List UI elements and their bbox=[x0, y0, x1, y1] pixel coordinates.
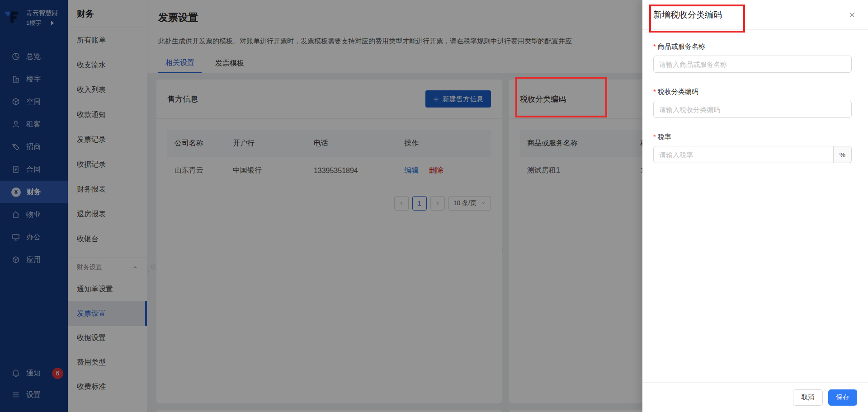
drawer-body: *商品或服务名称 *税收分类编码 *税率 % bbox=[642, 30, 868, 163]
field-label: *商品或服务名称 bbox=[653, 42, 852, 51]
drawer-header: 新增税收分类编码 bbox=[642, 0, 868, 30]
tax-rate-input[interactable] bbox=[653, 146, 834, 163]
add-tax-code-drawer: 新增税收分类编码 *商品或服务名称 *税收分类编码 *税率 bbox=[642, 0, 868, 412]
field-service-name: *商品或服务名称 bbox=[653, 42, 852, 73]
close-icon bbox=[848, 11, 856, 19]
percent-addon: % bbox=[834, 146, 852, 163]
page: 青云智慧园 1楼宇 总览 楼宇 空间 租客 bbox=[0, 0, 868, 412]
required-asterisk: * bbox=[653, 88, 656, 95]
field-tax-rate: *税率 % bbox=[653, 133, 852, 163]
cancel-button[interactable]: 取消 bbox=[793, 389, 823, 406]
field-tax-code: *税收分类编码 bbox=[653, 88, 852, 118]
field-label: *税收分类编码 bbox=[653, 88, 852, 96]
save-button[interactable]: 保存 bbox=[828, 389, 857, 406]
drawer-footer: 取消 保存 bbox=[642, 382, 868, 412]
service-name-input[interactable] bbox=[653, 56, 852, 73]
tax-code-input[interactable] bbox=[653, 101, 852, 118]
close-drawer-button[interactable] bbox=[848, 11, 856, 19]
field-label: *税率 bbox=[653, 133, 852, 141]
drawer-title: 新增税收分类编码 bbox=[653, 9, 722, 21]
required-asterisk: * bbox=[653, 133, 656, 140]
required-asterisk: * bbox=[653, 42, 656, 50]
